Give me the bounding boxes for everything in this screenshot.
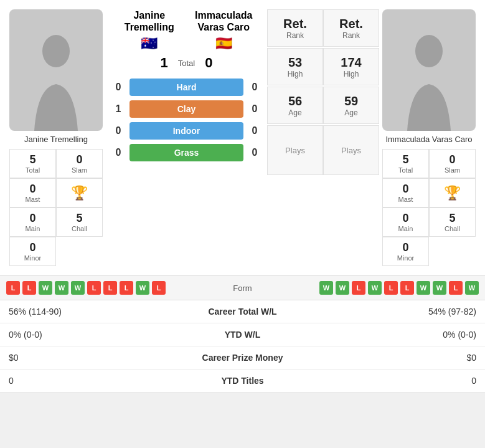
player2-main-label: Main (385, 225, 426, 232)
player2-form-badge-3: W (368, 281, 382, 295)
player1-stats-col: Ret. Rank 53 High 56 Age Plays (267, 9, 323, 175)
player1-total-value: 5 (12, 153, 53, 166)
player1-rank-label: Rank (286, 31, 304, 40)
player1-high-box: 53 High (267, 48, 323, 85)
player1-form: LLWWWLLLWL (6, 281, 195, 295)
player2-form-badge-7: W (433, 281, 446, 295)
player2-name-label: Immaculada Varas Caro (385, 135, 472, 144)
player1-form-badge-2: W (39, 281, 52, 295)
player2-high-box: 174 High (323, 48, 379, 85)
player2-flag: 🇪🇸 (187, 36, 261, 52)
player1-main-label: Main (12, 225, 53, 232)
player2-chall-value: 5 (432, 212, 473, 225)
stats-table: 56% (114-90) Career Total W/L 54% (97-82… (0, 300, 485, 393)
stat-center-1: YTD W/L (137, 323, 348, 346)
hard-row: 0 Hard 0 (112, 79, 261, 96)
player1-trophy-cell: 🏆 (56, 178, 103, 207)
player2-chall-cell: 5 Chall (429, 207, 476, 237)
player2-stats-col: Ret. Rank 174 High 59 Age Plays (323, 9, 379, 175)
player1-form-badge-7: L (120, 281, 133, 295)
player2-form-badge-0: W (319, 281, 333, 295)
player1-trophy-icon: 🏆 (71, 185, 88, 201)
player1-form-badge-3: W (55, 281, 68, 295)
total-label: Total (178, 59, 195, 68)
player1-minor-value: 0 (12, 241, 53, 254)
player1-high-label: High (288, 70, 303, 79)
player2-name-center: Immaculada Varas Caro (187, 9, 261, 33)
stats-row-3: 0 YTD Titles 0 (0, 369, 485, 393)
hard-button[interactable]: Hard (129, 79, 243, 96)
player1-chall-cell: 5 Chall (56, 207, 103, 237)
player2-form-badge-4: L (384, 281, 398, 295)
player2-mast-value: 0 (385, 183, 426, 196)
top-inner: Janine Tremelling 5 Total 0 Slam 0 Mast (6, 9, 479, 266)
player1-form-badge-1: L (22, 281, 36, 295)
player1-slam-value: 0 (59, 153, 100, 166)
stat-left-1: 0% (0-0) (0, 323, 137, 346)
stat-left-2: $0 (0, 346, 137, 369)
p1-hard-score: 0 (112, 82, 125, 93)
clay-button[interactable]: Clay (129, 100, 243, 118)
main-container: Janine Tremelling 5 Total 0 Slam 0 Mast (0, 0, 485, 393)
player1-main-cell: 0 Main (9, 207, 56, 237)
player2-mast-label: Mast (385, 196, 426, 203)
player2-total-value: 5 (385, 153, 426, 166)
grass-button[interactable]: Grass (129, 144, 243, 161)
top-section: Janine Tremelling 5 Total 0 Slam 0 Mast (0, 0, 485, 275)
clay-row: 1 Clay 0 (112, 100, 261, 118)
player2-rank-box: Ret. Rank (323, 9, 379, 47)
stat-right-1: 0% (0-0) (348, 323, 485, 346)
svg-point-1 (415, 35, 443, 67)
player2-chall-label: Chall (432, 225, 473, 232)
player2-total-cell: 5 Total (382, 149, 429, 178)
player1-form-badge-5: L (87, 281, 101, 295)
stat-left-0: 56% (114-90) (0, 300, 137, 323)
player1-silhouette (28, 31, 84, 131)
player1-main-value: 0 (12, 212, 53, 225)
player1-age-label: Age (288, 108, 301, 117)
player2-form-badge-6: W (417, 281, 430, 295)
player2-panel: Immaculada Varas Caro 5 Total 0 Slam 0 M… (379, 9, 479, 266)
player1-name-label: Janine Tremelling (24, 135, 88, 144)
p1-total-score: 1 (161, 55, 168, 71)
stats-row-0: 56% (114-90) Career Total W/L 54% (97-82… (0, 300, 485, 323)
stat-right-3: 0 (348, 369, 485, 393)
player2-slam-value: 0 (432, 153, 473, 166)
player1-flag: 🇦🇺 (112, 36, 187, 52)
player1-slam-cell: 0 Slam (56, 149, 103, 178)
form-label: Form (199, 284, 286, 293)
player2-slam-label: Slam (432, 166, 473, 174)
stat-right-0: 54% (97-82) (348, 300, 485, 323)
stat-center-0: Career Total W/L (137, 300, 348, 323)
player2-form: WWLWLLWWLW (290, 281, 479, 295)
player1-rank-value: Ret. (283, 17, 307, 31)
player1-age-box: 56 Age (267, 87, 323, 124)
stats-row-1: 0% (0-0) YTD W/L 0% (0-0) (0, 323, 485, 346)
player1-form-badge-0: L (6, 281, 20, 295)
p2-indoor-score: 0 (248, 125, 261, 136)
player1-minor-cell: 0 Minor (9, 237, 56, 266)
player2-mast-cell: 0 Mast (382, 178, 429, 207)
indoor-button[interactable]: Indoor (129, 122, 243, 140)
player1-age-value: 56 (288, 94, 302, 108)
player1-rank-box: Ret. Rank (267, 9, 323, 47)
player2-plays-label: Plays (341, 146, 361, 155)
player1-chall-label: Chall (59, 225, 100, 232)
player1-photo (9, 9, 103, 131)
player2-high-value: 174 (341, 55, 361, 70)
player1-stats-grid: 5 Total 0 Slam 0 Mast 🏆 0 (9, 149, 103, 266)
player2-age-box: 59 Age (323, 87, 379, 124)
player2-trophy-cell: 🏆 (429, 178, 476, 207)
player2-form-badge-5: L (400, 281, 414, 295)
player1-slam-label: Slam (59, 166, 100, 174)
player2-minor-cell: 0 Minor (382, 237, 429, 266)
player2-trophy-icon: 🏆 (444, 185, 461, 201)
player2-rank-label: Rank (342, 31, 360, 40)
stat-center-3: YTD Titles (137, 369, 348, 393)
player2-minor-label: Minor (385, 254, 426, 262)
p1-grass-score: 0 (112, 147, 125, 158)
player2-rank-value: Ret. (339, 17, 363, 31)
player2-high-label: High (344, 70, 359, 79)
player2-age-value: 59 (344, 94, 358, 108)
p2-grass-score: 0 (248, 147, 261, 158)
